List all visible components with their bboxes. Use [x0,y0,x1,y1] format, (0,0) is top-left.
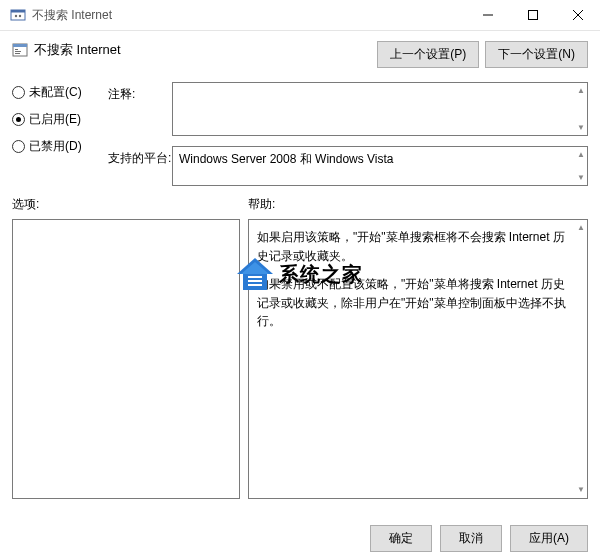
page-title: 不搜索 Internet [34,41,121,59]
scroll-down-icon: ▼ [577,122,585,133]
minimize-button[interactable] [465,0,510,30]
help-paragraph: 如果禁用或不配置该策略，"开始"菜单将搜索 Internet 历史记录或收藏夹，… [257,275,571,331]
comment-label: 注释: [108,82,172,103]
next-setting-button[interactable]: 下一个设置(N) [485,41,588,68]
svg-point-3 [19,15,21,17]
radio-indicator [12,113,25,126]
radio-not-configured[interactable]: 未配置(C) [12,84,98,101]
dialog-buttons: 确定 取消 应用(A) [370,525,588,552]
app-icon [10,7,26,23]
svg-rect-9 [13,44,27,47]
window-controls [465,0,600,30]
nav-buttons: 上一个设置(P) 下一个设置(N) [377,41,588,68]
apply-button[interactable]: 应用(A) [510,525,588,552]
content-area: 不搜索 Internet 上一个设置(P) 下一个设置(N) 未配置(C) 已启… [0,31,600,499]
policy-icon [12,42,28,58]
help-panel[interactable]: 如果启用该策略，"开始"菜单搜索框将不会搜索 Internet 历史记录或收藏夹… [248,219,588,499]
state-radio-group: 未配置(C) 已启用(E) 已禁用(D) [12,82,98,155]
radio-label: 已禁用(D) [29,138,82,155]
scroll-down-icon: ▼ [577,484,585,496]
cancel-button[interactable]: 取消 [440,525,502,552]
svg-rect-12 [15,53,20,54]
scroll-up-icon: ▲ [577,149,585,160]
help-label: 帮助: [248,196,275,213]
radio-label: 已启用(E) [29,111,81,128]
maximize-button[interactable] [510,0,555,30]
config-area: 未配置(C) 已启用(E) 已禁用(D) 注释: ▲ ▼ 支持的平台: Wind… [12,82,588,186]
window-title: 不搜索 Internet [32,7,465,24]
prev-setting-button[interactable]: 上一个设置(P) [377,41,479,68]
radio-disabled[interactable]: 已禁用(D) [12,138,98,155]
scroll-up-icon: ▲ [577,85,585,96]
header-left: 不搜索 Internet [12,41,121,59]
platforms-label: 支持的平台: [108,146,172,167]
panels: 如果启用该策略，"开始"菜单搜索框将不会搜索 Internet 历史记录或收藏夹… [12,219,588,499]
ok-button[interactable]: 确定 [370,525,432,552]
radio-indicator [12,86,25,99]
svg-rect-11 [15,51,21,52]
scroll-down-icon: ▼ [577,172,585,183]
radio-indicator [12,140,25,153]
help-paragraph: 如果启用该策略，"开始"菜单搜索框将不会搜索 Internet 历史记录或收藏夹… [257,228,571,265]
info-column: 注释: ▲ ▼ 支持的平台: Windows Server 2008 和 Win… [108,82,588,186]
scroll-up-icon: ▲ [577,222,585,234]
svg-rect-1 [11,10,25,13]
header-row: 不搜索 Internet 上一个设置(P) 下一个设置(N) [12,41,588,68]
platforms-value: Windows Server 2008 和 Windows Vista [179,152,394,166]
svg-rect-10 [15,49,18,50]
comment-field[interactable]: ▲ ▼ [172,82,588,136]
options-panel[interactable] [12,219,240,499]
window-titlebar: 不搜索 Internet [0,0,600,31]
radio-label: 未配置(C) [29,84,82,101]
radio-enabled[interactable]: 已启用(E) [12,111,98,128]
close-button[interactable] [555,0,600,30]
section-labels: 选项: 帮助: [12,196,588,213]
platforms-field: Windows Server 2008 和 Windows Vista ▲ ▼ [172,146,588,186]
svg-point-2 [15,15,17,17]
options-label: 选项: [12,196,248,213]
svg-rect-5 [528,11,537,20]
